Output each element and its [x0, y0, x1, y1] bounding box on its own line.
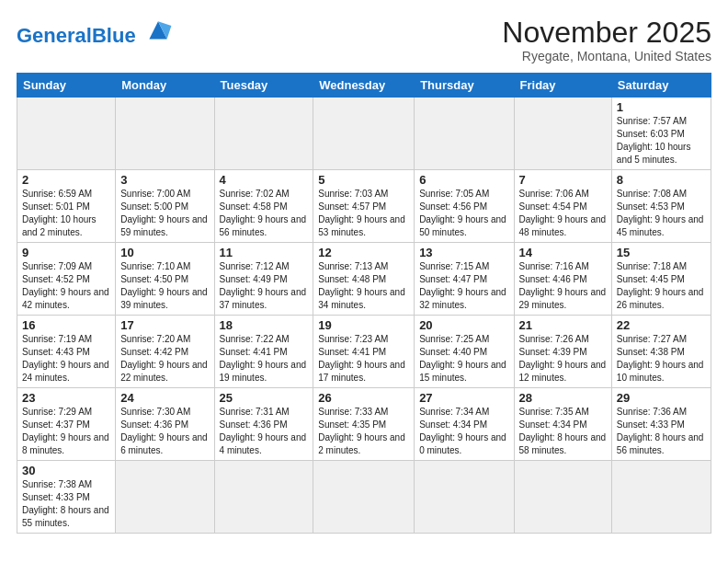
logo-text: GeneralBlue [17, 24, 142, 47]
day-number: 2 [22, 173, 110, 187]
day-info: Sunrise: 7:27 AM Sunset: 4:38 PM Dayligh… [617, 333, 706, 385]
calendar-week-5: 30Sunrise: 7:38 AM Sunset: 4:33 PM Dayli… [17, 461, 711, 534]
calendar-cell: 19Sunrise: 7:23 AM Sunset: 4:41 PM Dayli… [313, 316, 415, 388]
calendar-cell [611, 461, 711, 534]
day-number: 5 [318, 173, 409, 187]
calendar-cell [214, 98, 313, 170]
calendar-cell: 1Sunrise: 7:57 AM Sunset: 6:03 PM Daylig… [611, 98, 711, 170]
day-info: Sunrise: 7:08 AM Sunset: 4:53 PM Dayligh… [617, 188, 706, 239]
day-info: Sunrise: 7:57 AM Sunset: 6:03 PM Dayligh… [617, 115, 706, 167]
calendar: SundayMondayTuesdayWednesdayThursdayFrid… [17, 73, 711, 534]
day-info: Sunrise: 7:34 AM Sunset: 4:34 PM Dayligh… [419, 406, 508, 457]
day-number: 27 [419, 391, 508, 405]
day-info: Sunrise: 7:18 AM Sunset: 4:45 PM Dayligh… [617, 260, 706, 312]
day-number: 16 [22, 318, 110, 332]
day-number: 24 [120, 391, 209, 405]
day-number: 9 [22, 246, 110, 259]
page: GeneralBlue November 2025 Ryegate, Monta… [0, 0, 728, 563]
day-number: 7 [519, 173, 607, 187]
day-info: Sunrise: 7:10 AM Sunset: 4:50 PM Dayligh… [120, 260, 209, 312]
calendar-cell: 18Sunrise: 7:22 AM Sunset: 4:41 PM Dayli… [214, 316, 313, 388]
day-info: Sunrise: 7:15 AM Sunset: 4:47 PM Dayligh… [419, 260, 508, 312]
day-info: Sunrise: 7:20 AM Sunset: 4:42 PM Dayligh… [120, 333, 209, 385]
day-info: Sunrise: 6:59 AM Sunset: 5:01 PM Dayligh… [22, 188, 110, 239]
day-info: Sunrise: 7:12 AM Sunset: 4:49 PM Dayligh… [220, 260, 309, 312]
day-info: Sunrise: 7:33 AM Sunset: 4:35 PM Dayligh… [318, 406, 409, 457]
logo-icon [143, 17, 173, 42]
calendar-cell: 5Sunrise: 7:03 AM Sunset: 4:57 PM Daylig… [313, 170, 415, 243]
day-number: 18 [220, 318, 309, 332]
calendar-cell: 2Sunrise: 6:59 AM Sunset: 5:01 PM Daylig… [17, 170, 116, 243]
day-info: Sunrise: 7:19 AM Sunset: 4:43 PM Dayligh… [22, 333, 110, 385]
calendar-cell [514, 98, 611, 170]
day-info: Sunrise: 7:26 AM Sunset: 4:39 PM Dayligh… [519, 333, 607, 385]
calendar-cell: 15Sunrise: 7:18 AM Sunset: 4:45 PM Dayli… [611, 243, 711, 316]
day-number: 10 [120, 246, 209, 259]
calendar-cell: 27Sunrise: 7:34 AM Sunset: 4:34 PM Dayli… [415, 388, 514, 461]
calendar-cell [415, 98, 514, 170]
calendar-cell: 7Sunrise: 7:06 AM Sunset: 4:54 PM Daylig… [514, 170, 611, 243]
day-info: Sunrise: 7:38 AM Sunset: 4:33 PM Dayligh… [22, 478, 110, 530]
day-info: Sunrise: 7:06 AM Sunset: 4:54 PM Dayligh… [519, 188, 607, 239]
calendar-cell: 13Sunrise: 7:15 AM Sunset: 4:47 PM Dayli… [415, 243, 514, 316]
weekday-friday: Friday [514, 74, 611, 98]
title-block: November 2025 Ryegate, Montana, United S… [502, 17, 711, 63]
calendar-cell [514, 461, 611, 534]
weekday-saturday: Saturday [611, 74, 711, 98]
day-number: 29 [617, 391, 706, 405]
calendar-cell [313, 98, 415, 170]
calendar-cell: 9Sunrise: 7:09 AM Sunset: 4:52 PM Daylig… [17, 243, 116, 316]
calendar-cell [17, 98, 116, 170]
calendar-cell: 17Sunrise: 7:20 AM Sunset: 4:42 PM Dayli… [116, 316, 214, 388]
calendar-week-0: 1Sunrise: 7:57 AM Sunset: 6:03 PM Daylig… [17, 98, 711, 170]
weekday-monday: Monday [116, 74, 214, 98]
header: GeneralBlue November 2025 Ryegate, Monta… [17, 17, 711, 63]
calendar-cell: 10Sunrise: 7:10 AM Sunset: 4:50 PM Dayli… [116, 243, 214, 316]
day-number: 13 [419, 246, 508, 259]
calendar-cell [214, 461, 313, 534]
weekday-wednesday: Wednesday [313, 74, 415, 98]
day-info: Sunrise: 7:35 AM Sunset: 4:34 PM Dayligh… [519, 406, 607, 457]
calendar-cell [116, 461, 214, 534]
calendar-week-2: 9Sunrise: 7:09 AM Sunset: 4:52 PM Daylig… [17, 243, 711, 316]
day-number: 14 [519, 246, 607, 259]
day-info: Sunrise: 7:29 AM Sunset: 4:37 PM Dayligh… [22, 406, 110, 457]
day-number: 15 [617, 246, 706, 259]
day-number: 20 [419, 318, 508, 332]
calendar-cell: 20Sunrise: 7:25 AM Sunset: 4:40 PM Dayli… [415, 316, 514, 388]
day-number: 4 [220, 173, 309, 187]
day-number: 25 [220, 391, 309, 405]
day-number: 23 [22, 391, 110, 405]
weekday-thursday: Thursday [415, 74, 514, 98]
calendar-cell: 11Sunrise: 7:12 AM Sunset: 4:49 PM Dayli… [214, 243, 313, 316]
day-number: 6 [419, 173, 508, 187]
day-number: 1 [617, 100, 706, 114]
calendar-cell [415, 461, 514, 534]
day-info: Sunrise: 7:13 AM Sunset: 4:48 PM Dayligh… [318, 260, 409, 312]
calendar-cell: 28Sunrise: 7:35 AM Sunset: 4:34 PM Dayli… [514, 388, 611, 461]
day-info: Sunrise: 7:25 AM Sunset: 4:40 PM Dayligh… [419, 333, 508, 385]
day-info: Sunrise: 7:16 AM Sunset: 4:46 PM Dayligh… [519, 260, 607, 312]
calendar-cell: 30Sunrise: 7:38 AM Sunset: 4:33 PM Dayli… [17, 461, 116, 534]
weekday-header-row: SundayMondayTuesdayWednesdayThursdayFrid… [17, 74, 711, 98]
calendar-cell: 24Sunrise: 7:30 AM Sunset: 4:36 PM Dayli… [116, 388, 214, 461]
calendar-week-3: 16Sunrise: 7:19 AM Sunset: 4:43 PM Dayli… [17, 316, 711, 388]
weekday-sunday: Sunday [17, 74, 116, 98]
day-info: Sunrise: 7:23 AM Sunset: 4:41 PM Dayligh… [318, 333, 409, 385]
calendar-cell: 4Sunrise: 7:02 AM Sunset: 4:58 PM Daylig… [214, 170, 313, 243]
day-number: 8 [617, 173, 706, 187]
calendar-cell: 12Sunrise: 7:13 AM Sunset: 4:48 PM Dayli… [313, 243, 415, 316]
day-number: 30 [22, 464, 110, 477]
weekday-tuesday: Tuesday [214, 74, 313, 98]
calendar-cell: 8Sunrise: 7:08 AM Sunset: 4:53 PM Daylig… [611, 170, 711, 243]
day-number: 12 [318, 246, 409, 259]
day-info: Sunrise: 7:00 AM Sunset: 5:00 PM Dayligh… [120, 188, 209, 239]
logo-general: General [17, 24, 92, 47]
day-number: 19 [318, 318, 409, 332]
day-number: 22 [617, 318, 706, 332]
day-number: 3 [120, 173, 209, 187]
calendar-cell: 22Sunrise: 7:27 AM Sunset: 4:38 PM Dayli… [611, 316, 711, 388]
location: Ryegate, Montana, United States [502, 49, 711, 63]
day-info: Sunrise: 7:36 AM Sunset: 4:33 PM Dayligh… [617, 406, 706, 457]
logo-blue: Blue [92, 24, 136, 47]
